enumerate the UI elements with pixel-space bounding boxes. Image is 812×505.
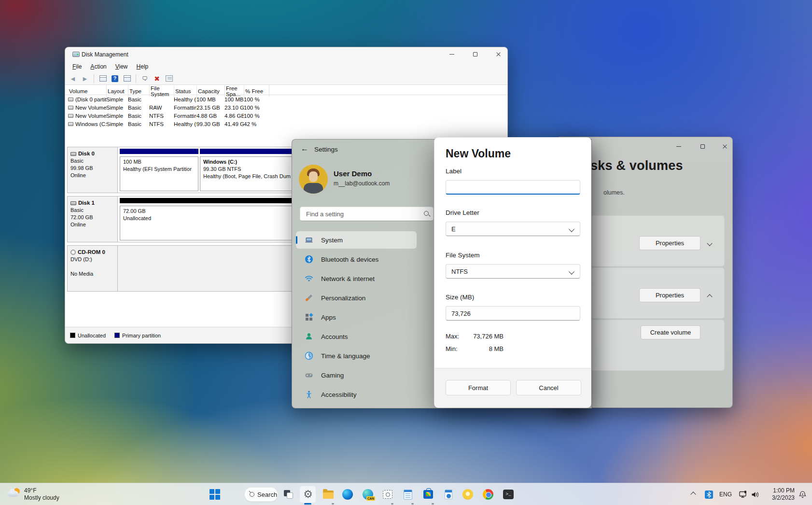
dm-menu-file[interactable]: File bbox=[68, 63, 86, 70]
network-tray-icon[interactable] bbox=[738, 489, 749, 500]
disk0-label[interactable]: Disk 0 Basic 99.98 GB Online bbox=[68, 147, 118, 193]
settings-taskbar-icon[interactable]: ⚙ bbox=[302, 489, 314, 500]
graph-view-icon[interactable] bbox=[122, 74, 132, 83]
sidebar-item-personalization[interactable]: Personalization bbox=[296, 289, 417, 307]
drive-letter-select[interactable]: E bbox=[446, 222, 580, 236]
format-button[interactable]: Format bbox=[446, 380, 511, 395]
tray-overflow-chevron[interactable] bbox=[687, 489, 699, 500]
label-input-wrap bbox=[446, 180, 580, 195]
tray-date: 3/2/2023 bbox=[766, 494, 795, 502]
minimize-icon bbox=[449, 54, 454, 55]
sidebar-item-system[interactable]: System bbox=[296, 231, 417, 249]
running-indicator bbox=[432, 503, 434, 505]
volume-icon bbox=[68, 106, 73, 110]
tray-time: 1:00 PM bbox=[766, 487, 795, 494]
running-indicator bbox=[411, 503, 414, 505]
forward-arrow-icon[interactable]: ► bbox=[80, 74, 90, 83]
back-arrow-icon[interactable]: ◄ bbox=[68, 74, 78, 83]
table-row[interactable]: Windows (C:) SimpleBasic NTFSHealthy (B.… bbox=[65, 120, 507, 128]
drive-letter-label: Drive Letter bbox=[446, 209, 479, 216]
weather-temp[interactable]: 49°F bbox=[24, 487, 36, 494]
dm-menu-view[interactable]: View bbox=[111, 63, 132, 70]
dv-maximize-button[interactable] bbox=[695, 140, 710, 153]
callout-icon[interactable]: 🗨 bbox=[140, 74, 150, 83]
size-input-wrap bbox=[446, 306, 580, 321]
disk-management-chrome: Disk Management File Action View Help ◄ … bbox=[65, 47, 507, 85]
snipping-tool-icon[interactable] bbox=[382, 489, 393, 500]
label-input[interactable] bbox=[451, 183, 574, 191]
cdrom-label[interactable]: CD-ROM 0 DVD (D:) No Media bbox=[68, 246, 118, 291]
col-free-space[interactable]: Free Spa... bbox=[224, 85, 244, 97]
sidebar-item-accounts[interactable]: Accounts bbox=[296, 328, 417, 345]
sidebar-item-gaming[interactable]: Gaming bbox=[296, 366, 417, 384]
document-icon[interactable] bbox=[443, 489, 454, 500]
size-label: Size (MB) bbox=[446, 294, 474, 301]
disk0-partition-efi[interactable]: 100 MB Healthy (EFI System Partitior bbox=[120, 149, 198, 191]
size-input[interactable] bbox=[451, 310, 574, 317]
dm-menu-action[interactable]: Action bbox=[86, 63, 111, 70]
selected-indicator bbox=[296, 236, 297, 244]
weather-icon[interactable] bbox=[8, 488, 21, 501]
table-row[interactable]: New Volume (H:) SimpleBasic NTFSFormatti… bbox=[65, 112, 507, 120]
dm-menu-help[interactable]: Help bbox=[132, 63, 153, 70]
dv-minimize-button[interactable] bbox=[672, 140, 686, 153]
dm-maximize-button[interactable] bbox=[468, 48, 482, 60]
sidebar-item-accessibility[interactable]: Accessibility bbox=[296, 386, 417, 403]
running-indicator bbox=[391, 503, 393, 505]
microsoft-store-icon[interactable] bbox=[422, 489, 434, 500]
taskbar-search[interactable]: Search bbox=[244, 487, 278, 502]
edge-icon[interactable] bbox=[342, 489, 353, 500]
sidebar-item-network-internet[interactable]: Network & internet bbox=[296, 270, 417, 287]
tray-clock[interactable]: 1:00 PM 3/2/2023 bbox=[766, 487, 795, 502]
start-button[interactable] bbox=[210, 489, 220, 500]
sidebar-item-label: Gaming bbox=[321, 372, 344, 379]
col-volume[interactable]: Volume bbox=[68, 85, 106, 97]
dm-close-button[interactable] bbox=[491, 48, 505, 60]
avatar[interactable] bbox=[299, 165, 328, 194]
cancel-button[interactable]: Cancel bbox=[516, 380, 581, 395]
table-row[interactable]: New Volume (H:) SimpleBasic RAWFormattin… bbox=[65, 103, 507, 112]
task-view-button[interactable] bbox=[283, 489, 294, 500]
col-layout[interactable]: Layout bbox=[106, 85, 128, 97]
col-file-system[interactable]: File System bbox=[149, 85, 174, 97]
notification-bell-icon[interactable]: z bbox=[797, 489, 808, 500]
delete-icon[interactable]: ✖ bbox=[152, 74, 162, 83]
chrome-canary-icon[interactable] bbox=[462, 489, 474, 500]
chrome-icon[interactable] bbox=[482, 489, 494, 500]
col-pct-free[interactable]: % Free bbox=[244, 85, 269, 97]
col-capacity[interactable]: Capacity bbox=[196, 85, 224, 97]
min-value: 8 MB bbox=[473, 345, 504, 352]
sidebar-item-apps[interactable]: Apps bbox=[296, 309, 417, 326]
sidebar-item-bluetooth-devices[interactable]: Bluetooth & devices bbox=[296, 251, 417, 268]
disk1-label[interactable]: Disk 1 Basic 72.00 GB Online bbox=[68, 196, 118, 242]
list-view-icon[interactable] bbox=[98, 74, 108, 83]
gear-icon: ⚙ bbox=[303, 489, 313, 500]
minimize-icon bbox=[676, 146, 681, 147]
properties-icon[interactable] bbox=[164, 74, 174, 83]
notepad-icon[interactable] bbox=[402, 489, 414, 500]
sidebar-item-time-language[interactable]: Time & language bbox=[296, 347, 417, 365]
create-volume-button[interactable]: Create volume bbox=[641, 325, 700, 339]
properties-button-2[interactable]: Properties bbox=[639, 288, 700, 302]
col-status[interactable]: Status bbox=[174, 85, 196, 97]
dm-minimize-button[interactable] bbox=[445, 48, 459, 60]
file-explorer-icon[interactable] bbox=[322, 489, 334, 500]
col-type[interactable]: Type bbox=[128, 85, 149, 97]
dv-close-button[interactable] bbox=[717, 140, 732, 153]
weather-condition[interactable]: Mostly cloudy bbox=[24, 494, 59, 501]
avatar-body bbox=[304, 183, 323, 194]
language-indicator[interactable]: ENG bbox=[719, 491, 732, 498]
dm-toolbar: ◄ ► ? 🗨 ✖ bbox=[68, 72, 174, 84]
file-system-select[interactable]: NTFS bbox=[446, 264, 580, 279]
terminal-icon[interactable]: >_ bbox=[503, 489, 514, 500]
bluetooth-tray-icon[interactable] bbox=[703, 489, 714, 500]
volume-tray-icon[interactable] bbox=[749, 489, 761, 500]
search-input[interactable] bbox=[305, 208, 416, 220]
help-icon[interactable]: ? bbox=[110, 74, 120, 83]
settings-search-box[interactable] bbox=[300, 207, 434, 221]
back-arrow-icon[interactable] bbox=[301, 144, 308, 153]
search-icon bbox=[250, 492, 254, 497]
disk-management-title: Disk Management bbox=[82, 51, 128, 58]
properties-button-1[interactable]: Properties bbox=[639, 236, 700, 250]
edge-canary-icon[interactable]: CAN bbox=[362, 489, 374, 500]
